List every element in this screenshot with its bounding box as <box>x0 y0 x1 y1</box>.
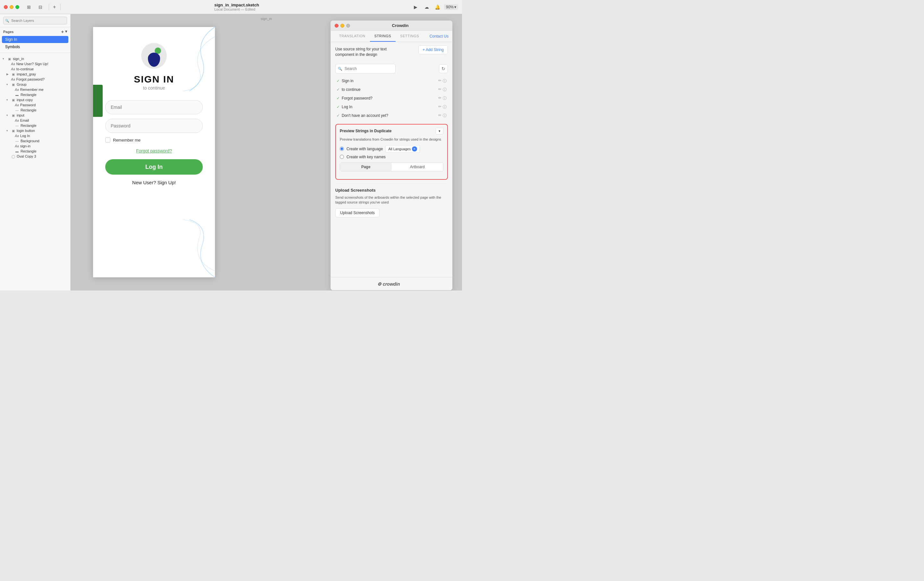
create-key-radio[interactable] <box>340 155 344 159</box>
play-icon[interactable]: ▶ <box>411 3 420 12</box>
layer-sign-in-text[interactable]: Aa sign-in <box>0 144 70 149</box>
edit-icon-2[interactable]: ✏ <box>438 87 441 93</box>
text-icon: Aa <box>15 88 19 91</box>
tab-strings[interactable]: STRINGS <box>370 31 396 42</box>
strings-search-input[interactable] <box>335 64 396 73</box>
expand-arrow-icon: ▶ <box>7 73 10 76</box>
layer-rectangle1[interactable]: ▬ Rectangle <box>0 92 70 97</box>
edit-icon-1[interactable]: ✏ <box>438 78 441 84</box>
layer-label: login button <box>16 129 35 132</box>
panel-zoom-button[interactable] <box>346 24 350 28</box>
layer-rectangle4[interactable]: ▬ Rectangle <box>0 149 70 154</box>
refresh-button[interactable]: ↻ <box>439 64 448 73</box>
layer-label: sign-in <box>20 144 30 148</box>
info-icon-2[interactable]: ⓘ <box>443 87 447 93</box>
info-icon-4[interactable]: ⓘ <box>443 104 447 110</box>
info-icon-1[interactable]: ⓘ <box>443 78 447 84</box>
upload-screenshots-button[interactable]: Upload Screenshots <box>335 209 380 217</box>
panel-minimize-button[interactable] <box>340 24 344 28</box>
layer-login-button[interactable]: ▾ ▣ login button <box>0 128 70 133</box>
zoom-control[interactable]: 90% ▾ <box>444 4 458 10</box>
layer-input[interactable]: ▾ ▣ input <box>0 113 70 118</box>
panel-close-button[interactable] <box>335 24 338 28</box>
page-tab[interactable]: Page <box>340 163 392 171</box>
layer-label: sign_in <box>13 57 24 61</box>
layer-label: impact_gray <box>16 72 36 76</box>
edit-icon-5[interactable]: ✏ <box>438 113 441 118</box>
page-item-symbols[interactable]: Symbols <box>2 43 68 50</box>
preview-dropdown[interactable]: ▾ <box>436 128 444 134</box>
expand-arrow-icon: ▾ <box>7 114 10 117</box>
layer-sign-in-group[interactable]: ▾ ▣ sign_in <box>0 56 70 61</box>
layer-new-user[interactable]: Aa New User? Sign Up! <box>0 61 70 66</box>
remember-me-checkbox[interactable] <box>105 137 111 142</box>
preview-description: Preview translations from Crowdin for st… <box>340 137 444 142</box>
string-text-4: Log In <box>342 105 352 109</box>
edit-icon-4[interactable]: ✏ <box>438 104 441 110</box>
layer-oval-copy[interactable]: ◯ Oval Copy 3 <box>0 154 70 159</box>
login-button[interactable]: Log In <box>105 159 203 175</box>
minimize-button[interactable] <box>10 5 13 9</box>
panel-footer: ⚙ crowdin <box>331 277 452 290</box>
page-item-sign-in[interactable]: Sign In <box>2 36 68 43</box>
tab-translation[interactable]: TRANSLATION <box>335 31 370 42</box>
layer-label: Oval Copy 3 <box>16 154 36 158</box>
layer-rectangle3[interactable]: — Rectangle <box>0 123 70 128</box>
group-icon: ▣ <box>7 57 12 61</box>
signin-form: Remember me Forgot password? Log In <box>105 100 203 175</box>
info-icon-3[interactable]: ⓘ <box>443 96 447 101</box>
layer-group[interactable]: ▾ ▣ Group <box>0 82 70 87</box>
layer-tree: ▾ ▣ sign_in Aa New User? Sign Up! Aa to-… <box>0 55 70 290</box>
contact-us-link[interactable]: Contact Us <box>430 34 449 38</box>
password-input[interactable] <box>105 119 203 133</box>
email-input[interactable] <box>105 100 203 114</box>
all-languages-dropdown[interactable]: All Languages ✕ <box>385 145 420 153</box>
layer-password[interactable]: Aa Password <box>0 103 70 108</box>
layer-background[interactable]: — Background <box>0 138 70 144</box>
close-button[interactable] <box>4 5 8 9</box>
tab-settings[interactable]: SETTINGS <box>396 31 424 42</box>
rect-icon: ▬ <box>15 93 19 97</box>
remember-me-row: Remember me <box>105 137 203 142</box>
layout-icon[interactable]: ⊞ <box>25 3 33 12</box>
artboard-tab[interactable]: Artboard <box>392 163 444 171</box>
info-icon-5[interactable]: ⓘ <box>443 113 447 118</box>
layer-email[interactable]: Aa Email <box>0 118 70 123</box>
green-sidebar-bar <box>93 85 103 117</box>
sidebar: Pages + ▾ Sign In Symbols ▾ ▣ sign_in <box>0 14 71 290</box>
pages-header: Pages + ▾ <box>0 27 70 36</box>
create-language-radio[interactable] <box>340 147 344 151</box>
string-item-3: ✓ Forgot password? ✏ ⓘ <box>335 94 448 103</box>
layer-rectangle2[interactable]: — Rectangle <box>0 108 70 113</box>
file-info: sign_in_impact.sketch Local Document — E… <box>214 3 259 11</box>
string-actions-5: ✏ ⓘ <box>438 113 447 118</box>
check-icon-3: ✓ <box>337 96 340 101</box>
crowdin-panel: Crowdin TRANSLATION STRINGS SETTINGS Con… <box>330 20 452 290</box>
layer-log-in[interactable]: Aa Log In <box>0 133 70 138</box>
toolbar: ⊞ ⊟ + sign_in_impact.sketch Local Docume… <box>0 0 462 14</box>
maximize-button[interactable] <box>15 5 19 9</box>
layer-impact-gray[interactable]: ▶ ▣ impact_gray <box>0 71 70 77</box>
all-languages-clear-icon[interactable]: ✕ <box>412 146 417 152</box>
cloud-icon[interactable]: ☁ <box>422 3 431 12</box>
layer-to-continue[interactable]: Aa to-continue <box>0 66 70 71</box>
separator-2 <box>60 4 61 10</box>
add-page-icon[interactable]: + <box>61 29 64 34</box>
pages-chevron-icon[interactable]: ▾ <box>65 29 67 34</box>
text-icon: Aa <box>15 144 19 148</box>
separator-1 <box>49 4 49 10</box>
bell-icon[interactable]: 🔔 <box>433 3 442 12</box>
search-layers-input[interactable] <box>3 17 67 25</box>
add-string-button[interactable]: + Add String <box>418 45 448 54</box>
edit-icon-3[interactable]: ✏ <box>438 96 441 101</box>
search-row: ↻ <box>335 64 448 73</box>
string-text-2: to continue <box>342 87 361 92</box>
forgot-password-link[interactable]: Forgot password? <box>105 148 203 154</box>
string-left-2: ✓ to continue <box>337 87 361 92</box>
sidebar-search-area <box>0 14 70 27</box>
add-button[interactable]: + <box>53 4 56 10</box>
layer-forgot-password[interactable]: Aa Forgot password? <box>0 77 70 82</box>
grid-icon[interactable]: ⊟ <box>36 3 45 12</box>
layer-input-copy[interactable]: ▾ ▣ input copy <box>0 97 70 103</box>
layer-remember-me[interactable]: Aa Remember me <box>0 87 70 92</box>
